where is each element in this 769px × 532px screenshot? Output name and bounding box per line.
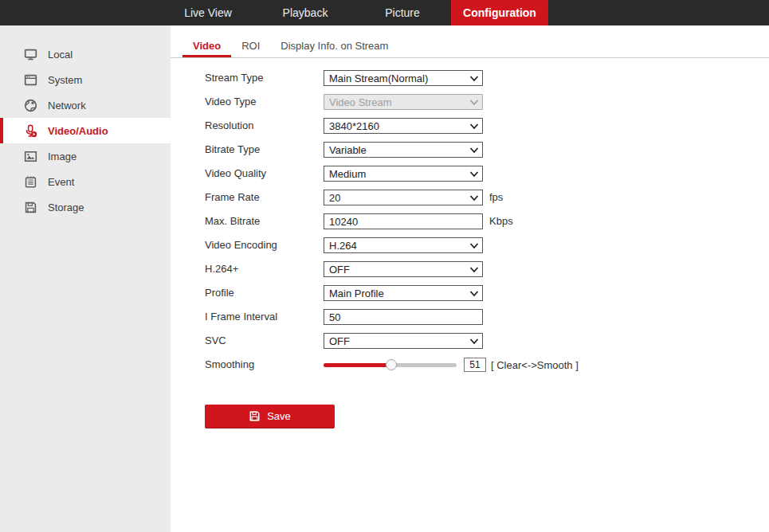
chevron-down-icon	[469, 265, 479, 275]
sidebar-item-label: Local	[48, 49, 73, 61]
form-row-video-encoding: Video EncodingH.264	[205, 237, 579, 261]
form-row-profile: ProfileMain Profile	[205, 285, 579, 309]
form-row-i-frame-interval: I Frame Interval	[205, 309, 579, 333]
selected-value: Main Stream(Normal)	[329, 72, 428, 84]
video-settings-form: Stream TypeMain Stream(Normal)Video Type…	[205, 70, 579, 381]
top-bar: Live ViewPlaybackPictureConfiguration	[0, 0, 769, 25]
field-label: I Frame Interval	[205, 309, 324, 325]
tab-video[interactable]: Video	[182, 36, 231, 57]
sidebar-item-system[interactable]: System	[0, 67, 171, 92]
chevron-down-icon	[469, 241, 479, 251]
smoothing-value-input[interactable]	[464, 358, 486, 372]
svc-select[interactable]: OFF	[324, 333, 483, 349]
window-icon	[24, 73, 37, 87]
chevron-down-icon	[469, 289, 479, 299]
nav-tab-live-view[interactable]: Live View	[159, 0, 257, 25]
resolution-select[interactable]: 3840*2160	[324, 118, 483, 134]
form-row-svc: SVCOFF	[205, 333, 579, 357]
microphone-icon	[24, 124, 37, 138]
nav-tab-playback[interactable]: Playback	[257, 0, 354, 25]
field-label: Frame Rate	[205, 190, 324, 205]
nav-tab-picture[interactable]: Picture	[354, 0, 451, 25]
smoothing-slider[interactable]	[324, 357, 457, 373]
chevron-down-icon	[469, 98, 479, 108]
chevron-down-icon	[469, 194, 479, 203]
profile-select[interactable]: Main Profile	[324, 285, 483, 301]
slider-range-label: [ Clear<->Smooth ]	[491, 359, 579, 371]
storage-icon	[24, 201, 37, 214]
sidebar-item-label: Video/Audio	[48, 125, 108, 137]
save-icon	[249, 410, 261, 422]
field-label: SVC	[205, 333, 324, 349]
unit-label: fps	[489, 190, 503, 205]
chevron-down-icon	[469, 337, 479, 346]
form-row-max-bitrate: Max. BitrateKbps	[205, 213, 579, 237]
field-label: Bitrate Type	[205, 142, 324, 158]
sidebar-item-image[interactable]: Image	[0, 143, 171, 169]
i-frame-interval-input[interactable]	[324, 309, 483, 325]
form-row-frame-rate: Frame Rate20fps	[205, 190, 579, 213]
sidebar-item-network[interactable]: Network	[0, 92, 171, 118]
save-button[interactable]: Save	[205, 405, 335, 428]
selected-value: 20	[329, 192, 340, 204]
slider-thumb[interactable]	[386, 359, 397, 370]
sidebar-item-event[interactable]: Event	[0, 169, 171, 194]
sidebar-item-video-audio[interactable]: Video/Audio	[0, 118, 171, 143]
video-quality-select[interactable]: Medium	[324, 166, 483, 182]
globe-icon	[24, 99, 37, 112]
form-row-video-type: Video TypeVideo Stream	[205, 94, 579, 118]
h-264-select[interactable]: OFF	[324, 261, 483, 277]
event-icon	[24, 175, 37, 189]
nav-tab-configuration[interactable]: Configuration	[451, 0, 548, 25]
form-row-bitrate-type: Bitrate TypeVariable	[205, 142, 579, 166]
selected-value: Main Profile	[329, 288, 384, 299]
content-area: VideoROIDisplay Info. on Stream Stream T…	[171, 25, 769, 532]
video-encoding-select[interactable]: H.264	[324, 237, 483, 253]
monitor-icon	[24, 48, 37, 61]
max-bitrate-input[interactable]	[324, 213, 483, 229]
selected-value: Video Stream	[329, 96, 392, 108]
field-label: Smoothing	[205, 357, 324, 373]
stream-type-select[interactable]: Main Stream(Normal)	[324, 70, 483, 86]
selected-value: 3840*2160	[329, 120, 379, 132]
form-row-h-264: H.264+OFF	[205, 261, 579, 285]
sidebar-item-local[interactable]: Local	[0, 41, 171, 67]
field-label: Video Encoding	[205, 237, 324, 253]
selected-value: Variable	[329, 144, 367, 156]
form-row-resolution: Resolution3840*2160	[205, 118, 579, 142]
field-label: Video Quality	[205, 166, 324, 182]
unit-label: Kbps	[489, 213, 513, 229]
sidebar-item-storage[interactable]: Storage	[0, 194, 171, 220]
chevron-down-icon	[469, 74, 479, 84]
bitrate-type-select[interactable]: Variable	[324, 142, 483, 158]
chevron-down-icon	[469, 146, 479, 155]
selected-value: Medium	[329, 168, 366, 180]
save-button-label: Save	[267, 410, 291, 422]
sidebar-item-label: Network	[48, 100, 86, 111]
field-label: Stream Type	[205, 70, 324, 86]
selected-value: H.264	[329, 240, 357, 252]
tab-roi[interactable]: ROI	[231, 36, 270, 57]
field-label: H.264+	[205, 261, 324, 277]
form-row-video-quality: Video QualityMedium	[205, 166, 579, 190]
frame-rate-select[interactable]: 20	[324, 190, 483, 205]
slider-fill	[324, 363, 391, 367]
sidebar-item-label: Event	[48, 176, 74, 188]
sidebar: LocalSystemNetworkVideo/AudioImageEventS…	[0, 25, 171, 532]
chevron-down-icon	[469, 122, 479, 131]
sidebar-item-label: System	[48, 74, 82, 86]
image-icon	[24, 150, 37, 163]
form-row-stream-type: Stream TypeMain Stream(Normal)	[205, 70, 579, 94]
chevron-down-icon	[469, 170, 479, 179]
main-nav: Live ViewPlaybackPictureConfiguration	[159, 0, 548, 25]
field-label: Profile	[205, 285, 324, 301]
field-label: Max. Bitrate	[205, 213, 324, 229]
field-label: Video Type	[205, 94, 324, 110]
content-tabbar: VideoROIDisplay Info. on Stream	[171, 36, 769, 58]
field-label: Resolution	[205, 118, 324, 134]
smoothing-control: [ Clear<->Smooth ]	[324, 357, 579, 373]
sidebar-item-label: Storage	[48, 201, 84, 213]
tab-display-info-on-stream[interactable]: Display Info. on Stream	[270, 36, 398, 57]
selected-value: OFF	[329, 264, 350, 276]
video-type-select: Video Stream	[324, 94, 483, 110]
